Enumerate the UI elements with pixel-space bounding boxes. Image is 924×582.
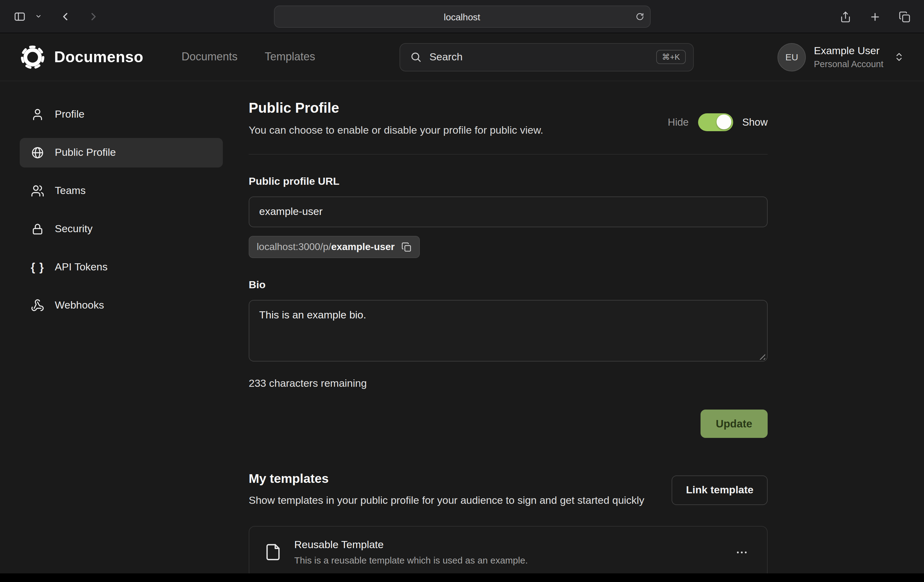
chevrons-up-down-icon (894, 52, 904, 62)
bio-field-label: Bio (249, 279, 768, 291)
brand-logo-link[interactable]: Documenso (20, 44, 144, 70)
profile-url-input[interactable] (249, 197, 768, 227)
search-shortcut-badge: ⌘+K (657, 50, 686, 64)
template-description: This is a reusable template which is use… (294, 555, 528, 565)
avatar: EU (777, 43, 806, 71)
browser-toolbar: localhost (0, 0, 924, 33)
public-profile-panel: Public Profile You can choose to enable … (249, 100, 768, 579)
sidebar-item-label: Security (55, 223, 92, 235)
sidebar-item-public-profile[interactable]: Public Profile (20, 138, 223, 167)
browser-left-controls (10, 7, 104, 26)
template-name: Reusable Template (294, 539, 528, 552)
nav-documents[interactable]: Documents (182, 51, 238, 63)
search-placeholder: Search (429, 51, 656, 63)
copy-icon[interactable] (401, 242, 412, 252)
user-account-type: Personal Account (814, 59, 883, 69)
share-icon[interactable] (835, 7, 855, 26)
search-input[interactable]: Search ⌘+K (399, 43, 693, 71)
page-subtitle: You can choose to enable or disable your… (249, 124, 543, 137)
user-name: Example User (814, 45, 883, 57)
page-title: Public Profile (249, 100, 543, 116)
globe-icon (31, 146, 45, 159)
forward-icon[interactable] (84, 7, 104, 26)
my-templates-description: Show templates in your public profile fo… (249, 493, 647, 509)
url-preview-slug: example-user (331, 241, 394, 252)
file-icon (264, 542, 282, 562)
sidebar-item-webhooks[interactable]: Webhooks (20, 291, 223, 320)
user-icon (31, 108, 45, 121)
user-menu-button[interactable]: EU Example User Personal Account (777, 43, 904, 71)
app-header: Documenso Documents Templates Search ⌘+K… (0, 33, 924, 81)
sidebar-item-teams[interactable]: Teams (20, 176, 223, 206)
new-tab-icon[interactable] (865, 7, 884, 26)
divider (249, 154, 768, 155)
nav-templates[interactable]: Templates (265, 51, 315, 63)
sidebar-item-label: Public Profile (55, 147, 116, 159)
settings-page: Profile Public Profile Teams Security (0, 81, 924, 582)
section-head: Public Profile You can choose to enable … (249, 100, 768, 137)
sidebar-toggle-icon[interactable] (10, 7, 30, 26)
documenso-logo-icon (20, 44, 46, 70)
link-template-button[interactable]: Link template (672, 475, 768, 505)
sidebar-item-profile[interactable]: Profile (20, 100, 223, 129)
sidebar-item-label: Webhooks (55, 299, 104, 312)
visibility-toggle[interactable] (698, 113, 733, 131)
braces-icon: { } (31, 262, 45, 273)
settings-sidebar: Profile Public Profile Teams Security (20, 100, 223, 579)
back-icon[interactable] (55, 7, 75, 26)
my-templates-head: My templates Show templates in your publ… (249, 471, 768, 509)
visibility-control: Hide Show (668, 113, 768, 131)
profile-url-preview: localhost:3000/p/example-user (249, 236, 420, 258)
characters-remaining: 233 characters remaining (249, 377, 768, 390)
lock-icon (31, 222, 45, 236)
sidebar-item-label: API Tokens (55, 261, 107, 273)
screen: localhost Documen (0, 0, 924, 582)
top-nav: Documents Templates (182, 51, 315, 63)
bio-textarea[interactable]: This is an example bio. (249, 300, 768, 362)
address-bar[interactable]: localhost (274, 5, 650, 28)
sidebar-item-security[interactable]: Security (20, 214, 223, 244)
reload-icon[interactable] (635, 12, 644, 21)
brand-name: Documenso (54, 48, 144, 66)
hide-label: Hide (668, 116, 689, 128)
search-icon (410, 51, 421, 63)
show-label: Show (742, 116, 768, 128)
sidebar-item-label: Profile (55, 108, 84, 121)
browser-right-controls (835, 0, 914, 33)
template-card: Reusable Template This is a reusable tem… (249, 526, 768, 579)
url-preview-prefix: localhost:3000/p/ (257, 241, 331, 252)
sidebar-item-label: Teams (55, 185, 86, 197)
url-field-label: Public profile URL (249, 175, 768, 188)
update-button[interactable]: Update (700, 410, 768, 438)
sidebar-item-api-tokens[interactable]: { } API Tokens (20, 253, 223, 282)
history-arrows (55, 7, 104, 26)
toggle-thumb (716, 114, 731, 129)
bottom-strip (0, 574, 924, 582)
users-icon (31, 184, 45, 198)
tab-overview-icon[interactable] (894, 7, 914, 26)
address-bar-url: localhost (444, 12, 480, 22)
my-templates-title: My templates (249, 471, 647, 486)
template-menu-button[interactable] (731, 542, 752, 563)
sidebar-chevron-down-icon[interactable] (33, 7, 43, 26)
webhook-icon (31, 299, 45, 312)
